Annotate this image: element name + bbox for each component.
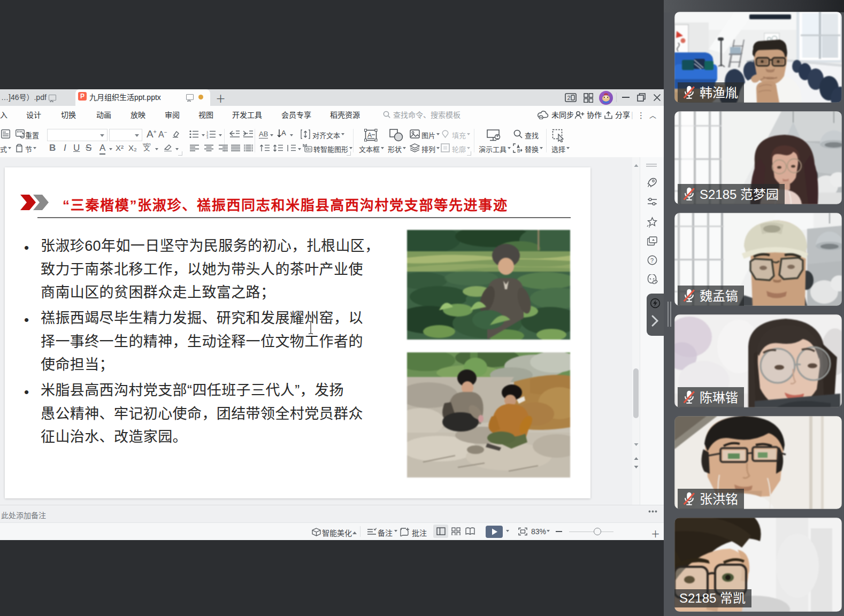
svg-text:A: A: [281, 129, 286, 137]
svg-text:3: 3: [206, 136, 209, 138]
svg-text:A: A: [367, 132, 372, 139]
svg-text:?: ?: [650, 257, 654, 264]
svg-text:2: 2: [567, 95, 571, 101]
